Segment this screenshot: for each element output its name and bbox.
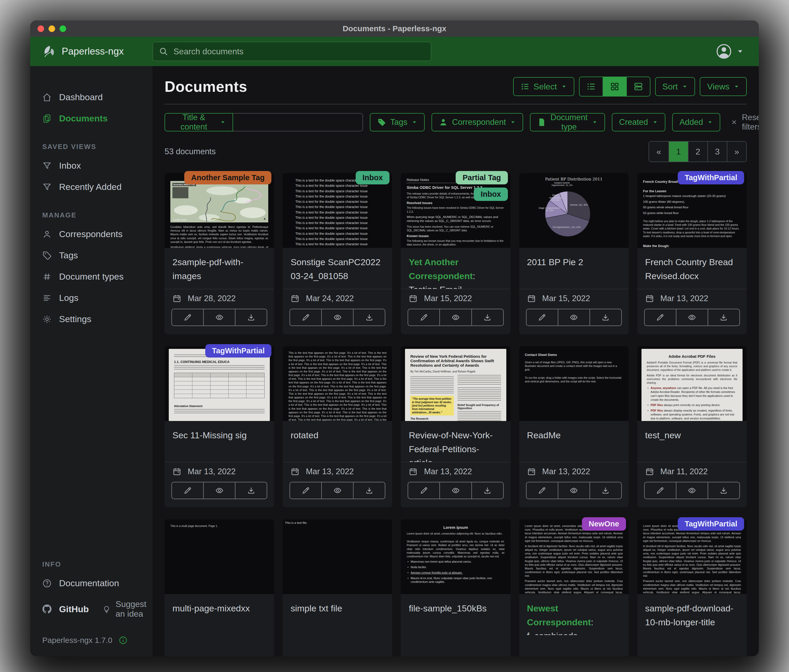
pagination-page-1[interactable]: 1 bbox=[669, 142, 688, 162]
search-input[interactable] bbox=[173, 46, 425, 57]
document-title[interactable]: file-sample_150kBs bbox=[401, 594, 510, 635]
edit-document-button[interactable] bbox=[644, 482, 676, 499]
tag-badge[interactable]: Inbox bbox=[356, 171, 390, 185]
view-document-button[interactable] bbox=[321, 482, 353, 499]
view-document-button[interactable] bbox=[558, 309, 590, 326]
document-thumbnail[interactable]: Adobe Acrobat PDF FilesAdobe® Portable D… bbox=[637, 346, 747, 421]
filter-query-input[interactable] bbox=[233, 113, 363, 131]
pagination-page-2[interactable]: 2 bbox=[688, 142, 708, 162]
document-thumbnail[interactable]: This is the text that appears on the fir… bbox=[283, 346, 392, 421]
document-thumbnail[interactable]: Patient BP Distribution 2011Normal, 151,… bbox=[519, 173, 629, 248]
document-date: Mar 13, 2022 bbox=[306, 467, 354, 476]
sidebar-item-documentation[interactable]: Documentation bbox=[30, 573, 152, 594]
edit-document-button[interactable] bbox=[171, 482, 204, 499]
reset-filters-button[interactable]: Reset filters bbox=[731, 113, 759, 132]
edit-document-button[interactable] bbox=[407, 309, 440, 326]
document-title[interactable]: sample-pdf-download-10-mb-longer-title bbox=[637, 594, 747, 635]
edit-document-button[interactable] bbox=[526, 309, 558, 326]
view-document-button[interactable] bbox=[321, 309, 353, 326]
document-thumbnail[interactable]: Review of New York Federal Petitions for… bbox=[401, 346, 510, 421]
edit-document-button[interactable] bbox=[526, 482, 558, 499]
document-title[interactable]: simple txt file bbox=[283, 594, 392, 635]
tag-badge[interactable]: Partial Tag bbox=[456, 171, 508, 185]
sidebar-item-document-types[interactable]: Document types bbox=[30, 266, 152, 287]
filter-correspondent-button[interactable]: Correspondent bbox=[431, 113, 523, 131]
document-title[interactable]: Newest Correspondent: f_combineds bbox=[519, 594, 629, 635]
document-title[interactable]: 2011 BP Pie 2 bbox=[519, 248, 629, 289]
document-title[interactable]: Sec 11-Missing sig bbox=[165, 421, 274, 462]
filter-added-button[interactable]: Added bbox=[672, 113, 720, 131]
sort-button[interactable]: Sort bbox=[655, 77, 695, 96]
user-menu[interactable] bbox=[716, 43, 759, 59]
filter-tags-button[interactable]: Tags bbox=[370, 113, 425, 131]
sidebar-item-documents[interactable]: Documents bbox=[30, 108, 152, 129]
filter-created-button[interactable]: Created bbox=[612, 113, 665, 131]
tag-badge[interactable]: NewOne bbox=[582, 517, 626, 530]
tag-badge[interactable]: TagWithPartial bbox=[678, 171, 744, 185]
list-view-button[interactable] bbox=[580, 77, 603, 96]
maximize-window-button[interactable] bbox=[59, 25, 66, 32]
app-logo[interactable]: Paperless-ngx bbox=[30, 44, 152, 59]
download-document-button[interactable] bbox=[353, 482, 385, 499]
sidebar-item-dashboard[interactable]: Dashboard bbox=[30, 86, 152, 108]
view-document-button[interactable] bbox=[558, 482, 590, 499]
select-button[interactable]: Select bbox=[513, 77, 574, 96]
pagination-page-3[interactable]: 3 bbox=[708, 142, 727, 162]
sidebar-item-recently-added[interactable]: Recently Added bbox=[30, 176, 152, 197]
edit-document-button[interactable] bbox=[289, 482, 322, 499]
document-title[interactable]: 2sample-pdf-with-images bbox=[165, 248, 274, 289]
view-document-button[interactable] bbox=[439, 482, 472, 499]
edit-document-button[interactable] bbox=[407, 482, 440, 499]
sidebar-item-github[interactable]: GitHub bbox=[30, 599, 94, 620]
grid-view-button[interactable] bbox=[603, 77, 626, 96]
thumb-gap bbox=[174, 400, 265, 403]
sidebar-item-correspondents[interactable]: Correspondents bbox=[30, 223, 152, 245]
view-document-button[interactable] bbox=[203, 309, 235, 326]
document-thumbnail[interactable]: This is a multi page document. Page 1. bbox=[165, 519, 274, 594]
pagination-prev[interactable]: « bbox=[649, 142, 669, 162]
document-title[interactable]: Sonstige ScanPC2022 03-24_081058 bbox=[283, 248, 392, 289]
filter-field-button[interactable]: Title & content bbox=[165, 113, 233, 131]
download-document-button[interactable] bbox=[708, 482, 740, 499]
document-title[interactable]: ReadMe bbox=[519, 421, 629, 462]
sidebar-item-inbox[interactable]: Inbox bbox=[30, 155, 152, 176]
minimize-window-button[interactable] bbox=[49, 25, 55, 32]
tag-badge[interactable]: TagWithPartial bbox=[678, 517, 744, 530]
document-title[interactable]: Yet Another Correspondent: Testing Email bbox=[401, 248, 510, 289]
download-document-button[interactable] bbox=[235, 309, 267, 326]
document-thumbnail[interactable]: Contact Sheet DemoGiven a set of image f… bbox=[519, 346, 629, 421]
document-thumbnail[interactable]: Lorem ipsumLorem ipsum dolor sit amet, c… bbox=[401, 519, 510, 594]
view-document-button[interactable] bbox=[676, 482, 708, 499]
filter-document-type-button[interactable]: Document type bbox=[530, 113, 605, 131]
sidebar-item-suggest-an-idea[interactable]: Suggest an idea bbox=[94, 594, 152, 624]
tag-badge[interactable]: Another Sample Tag bbox=[184, 171, 272, 185]
detail-view-button[interactable] bbox=[626, 77, 650, 96]
view-document-button[interactable] bbox=[203, 482, 235, 499]
download-document-button[interactable] bbox=[471, 482, 504, 499]
view-document-button[interactable] bbox=[439, 309, 472, 326]
view-document-button[interactable] bbox=[676, 309, 708, 326]
tag-badge[interactable]: Inbox bbox=[474, 188, 508, 201]
edit-document-button[interactable] bbox=[644, 309, 676, 326]
document-title[interactable]: French Country Bread Revised.docx bbox=[637, 248, 747, 289]
sidebar-item-settings[interactable]: Settings bbox=[30, 309, 152, 330]
edit-document-button[interactable] bbox=[289, 309, 322, 326]
sidebar-item-tags[interactable]: Tags bbox=[30, 245, 152, 266]
download-document-button[interactable] bbox=[708, 309, 740, 326]
document-thumbnail[interactable]: This is a test file. bbox=[283, 519, 392, 594]
download-document-button[interactable] bbox=[471, 309, 504, 326]
download-document-button[interactable] bbox=[589, 482, 622, 499]
download-document-button[interactable] bbox=[589, 309, 622, 326]
tag-badge[interactable]: TagWithPartial bbox=[205, 344, 272, 358]
close-window-button[interactable] bbox=[38, 25, 44, 32]
download-document-button[interactable] bbox=[353, 309, 385, 326]
sidebar-item-logs[interactable]: Logs bbox=[30, 287, 152, 309]
document-title[interactable]: multi-page-mixedxx bbox=[165, 594, 274, 635]
edit-document-button[interactable] bbox=[171, 309, 204, 326]
views-button[interactable]: Views bbox=[700, 77, 747, 96]
pagination-next[interactable]: » bbox=[727, 142, 746, 162]
download-document-button[interactable] bbox=[235, 482, 267, 499]
document-title[interactable]: rotated bbox=[283, 421, 392, 462]
document-title[interactable]: Review-of-New-York-Federal-Petitions-art… bbox=[401, 421, 510, 462]
document-title[interactable]: test_new bbox=[637, 421, 747, 462]
